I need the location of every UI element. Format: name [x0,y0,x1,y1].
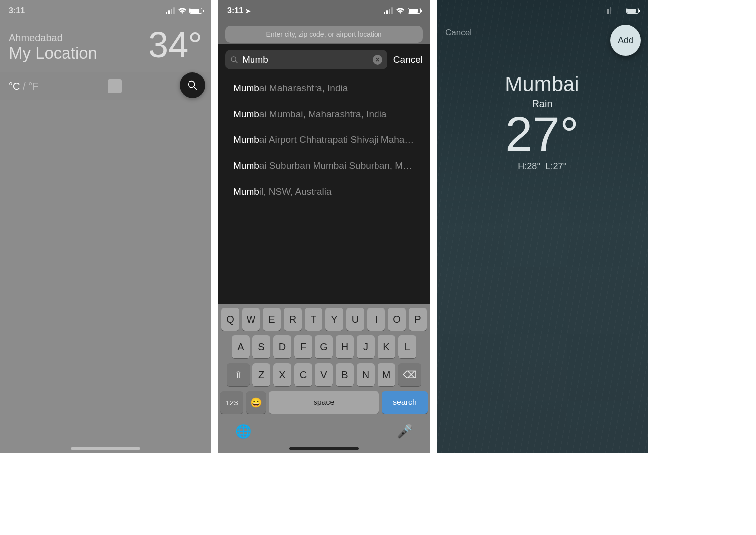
my-location-label: My Location [9,44,97,63]
wifi-icon [178,8,187,14]
key-123[interactable]: 123 [220,391,243,414]
key-j[interactable]: J [357,335,375,358]
unit-toggle[interactable]: °C / °F [9,81,38,92]
battery-icon [626,8,639,14]
hourly-item: 4PM☁️27° [507,204,542,247]
key-v[interactable]: V [315,363,333,386]
key-w[interactable]: W [242,308,260,331]
high-low: H:28° L:27° [437,161,648,172]
status-time: 3:11➤ [445,6,469,15]
daily-row: Thursday☀️3026 [437,392,648,411]
weather-hero: Mumbai Rain 27° H:28° L:27° [437,38,648,182]
key-backspace[interactable]: ⌫ [398,363,421,386]
key-p[interactable]: P [409,308,427,331]
cellular-icon [166,7,175,14]
city-name: Ahmedabad [9,32,97,44]
key-o[interactable]: O [388,308,406,331]
hourly-item: 6:33PM🌅Sunset [613,204,648,247]
search-result-item[interactable]: Mumbai Airport Chhatrapati Shivaji Maha… [218,127,430,153]
key-i[interactable]: I [367,308,385,331]
key-n[interactable]: N [357,363,375,386]
key-g[interactable]: G [315,335,333,358]
hourly-item: Now☁️27° [437,204,472,247]
daily-row: Tuesday☀️2925 [437,353,648,372]
search-result-item[interactable]: Mumbai Maharashtra, India [218,75,430,101]
status-right [166,7,202,14]
home-indicator[interactable] [71,447,140,450]
weather-summary-row[interactable]: Ahmedabad My Location 34° [0,22,211,72]
search-hint: Enter city, zip code, or airport locatio… [225,26,423,43]
status-time: 3:11 [9,6,25,15]
bottom-toolbar: °C / °F [0,72,211,100]
key-d[interactable]: D [273,335,291,358]
search-icon [187,80,198,91]
hourly-item: 5PM☁️27° [542,204,577,247]
key-z[interactable]: Z [252,363,270,386]
status-time: 3:11➤ [227,6,251,15]
home-indicator[interactable] [289,447,359,450]
search-input[interactable] [242,54,369,65]
key-shift[interactable]: ⇧ [227,363,250,386]
temperature: 34° [148,27,202,63]
mic-icon[interactable]: 🎤 [397,424,413,439]
key-u[interactable]: U [346,308,364,331]
daily-row: Friday☁️3027 [437,275,648,295]
search-button[interactable] [180,72,205,98]
location-arrow-icon: ➤ [463,7,469,15]
key-space[interactable]: space [269,391,379,414]
search-result-item[interactable]: Mumbai Suburban Mumbai Suburban, M… [218,153,430,179]
daily-row: Sunday⛅2926 [437,314,648,334]
keyboard: QWERTYUIOP ASDFGHJKL ⇧ZXCVBNM⌫ 123 😀 spa… [218,304,430,453]
status-bar: 3:11 [0,0,211,22]
battery-icon [408,8,421,14]
status-right [602,7,639,14]
search-result-item[interactable]: Mumbil, NSW, Australia [218,179,430,204]
key-m[interactable]: M [378,363,395,386]
status-bar: 3:11➤ [218,0,430,22]
daily-row: Wednesday☀️3025 [437,372,648,392]
key-q[interactable]: Q [221,308,239,331]
key-e[interactable]: E [263,308,281,331]
key-t[interactable]: T [305,308,322,331]
search-result-item[interactable]: Mumbai Mumbai, Maharashtra, India [218,101,430,127]
daily-row: Saturday⛅3026 [437,295,648,314]
clear-button[interactable]: ✕ [373,55,382,65]
weather-channel-logo[interactable] [108,79,122,93]
cancel-button[interactable]: Cancel [393,54,423,65]
key-c[interactable]: C [294,363,312,386]
key-k[interactable]: K [378,335,395,358]
low: L:27° [546,161,567,171]
key-s[interactable]: S [252,335,270,358]
unit-c: °C [9,81,20,92]
key-emoji[interactable]: 😀 [246,391,266,414]
unit-sep: / [20,81,28,92]
search-results: Mumbai Maharashtra, IndiaMumbai Mumbai, … [218,75,430,204]
phone-add-city: 3:11➤ Cancel Add Mumbai Rain 27° H:28° L… [437,0,648,453]
high: H:28° [518,161,540,171]
cancel-button[interactable]: Cancel [445,28,472,38]
temperature: 27° [437,110,648,158]
key-f[interactable]: F [294,335,312,358]
daily-forecast[interactable]: Thursday🌧️70%2927Friday☁️3027Saturday⛅30… [437,254,648,413]
phone-weather-list: 3:11 Ahmedabad My Location 34° °C / °F [0,0,211,453]
search-field[interactable]: ✕ [225,50,387,69]
key-search[interactable]: search [382,391,428,414]
key-b[interactable]: B [336,363,354,386]
city-name: Mumbai [437,72,648,96]
svg-line-1 [194,87,197,90]
hourly-forecast[interactable]: Now☁️27°3PM☁️27°4PM☁️27°5PM☁️27°6PM☁️28°… [437,197,648,254]
key-l[interactable]: L [398,335,416,358]
daily-row: Thursday🌧️70%2927 [437,256,648,275]
key-r[interactable]: R [284,308,302,331]
hourly-item: 3PM☁️27° [472,204,507,247]
key-h[interactable]: H [336,335,354,358]
cellular-icon [602,7,611,14]
globe-icon[interactable]: 🌐 [235,424,251,439]
key-x[interactable]: X [273,363,291,386]
status-right [384,7,421,14]
key-a[interactable]: A [232,335,250,358]
search-sheet: ✕ Cancel Mumbai Maharashtra, IndiaMumbai… [218,44,430,453]
key-y[interactable]: Y [325,308,343,331]
unit-f: °F [28,81,38,92]
location-arrow-icon: ➤ [245,7,251,15]
